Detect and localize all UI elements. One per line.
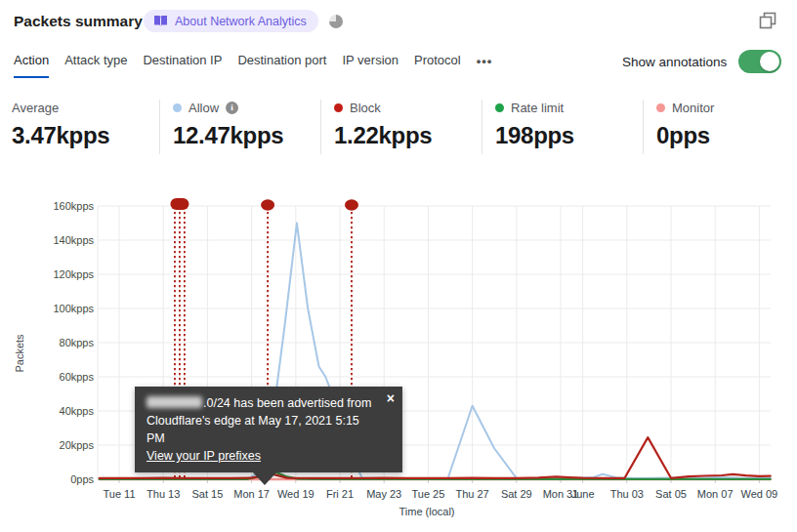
y-tick-label: 60kpps xyxy=(60,371,95,383)
y-tick-label: 160kpps xyxy=(53,200,94,212)
x-tick-label: Tue 11 xyxy=(103,488,135,500)
y-tick-label: 140kpps xyxy=(53,234,94,246)
annotation-marker-dot[interactable] xyxy=(345,199,358,210)
x-tick-label: Sat 29 xyxy=(501,488,532,500)
y-axis-title: Packets xyxy=(14,334,25,373)
y-tick-label: 120kpps xyxy=(53,268,94,280)
y-tick-label: 40kpps xyxy=(60,405,95,417)
x-tick-label: Wed 09 xyxy=(741,488,778,500)
tooltip-text: .0/24 has been advertised from Cloudflar… xyxy=(147,394,377,465)
redacted-ip-prefix xyxy=(147,396,202,408)
x-tick-label: Mon 07 xyxy=(697,488,734,500)
annotation-marker-dot[interactable] xyxy=(261,199,274,210)
y-tick-label: 100kpps xyxy=(53,303,94,314)
x-tick-label: June xyxy=(571,488,595,500)
y-tick-label: 0pps xyxy=(70,473,94,485)
x-axis-title: Time (local) xyxy=(398,506,454,517)
x-tick-label: Fri 21 xyxy=(326,488,354,500)
x-tick-label: Mon 17 xyxy=(233,488,270,500)
tooltip-close-icon[interactable]: × xyxy=(387,391,395,405)
tooltip-arrow xyxy=(252,471,277,485)
x-tick-label: Thu 27 xyxy=(455,488,488,500)
view-ip-prefixes-link[interactable]: View your IP prefixes xyxy=(147,449,261,463)
x-tick-label: Sat 05 xyxy=(655,488,687,500)
x-tick-label: Tue 25 xyxy=(411,488,444,500)
x-tick-label: Thu 13 xyxy=(147,488,180,500)
y-tick-label: 80kpps xyxy=(60,337,95,348)
x-tick-label: May 23 xyxy=(366,488,401,500)
x-tick-label: Wed 19 xyxy=(277,488,315,500)
x-tick-label: Thu 03 xyxy=(610,488,644,500)
annotation-marker-pill[interactable] xyxy=(170,198,189,210)
annotation-tooltip: × .0/24 has been advertised from Cloudfl… xyxy=(135,387,402,472)
y-tick-label: 20kpps xyxy=(60,439,95,451)
x-tick-label: Sat 15 xyxy=(191,488,223,500)
